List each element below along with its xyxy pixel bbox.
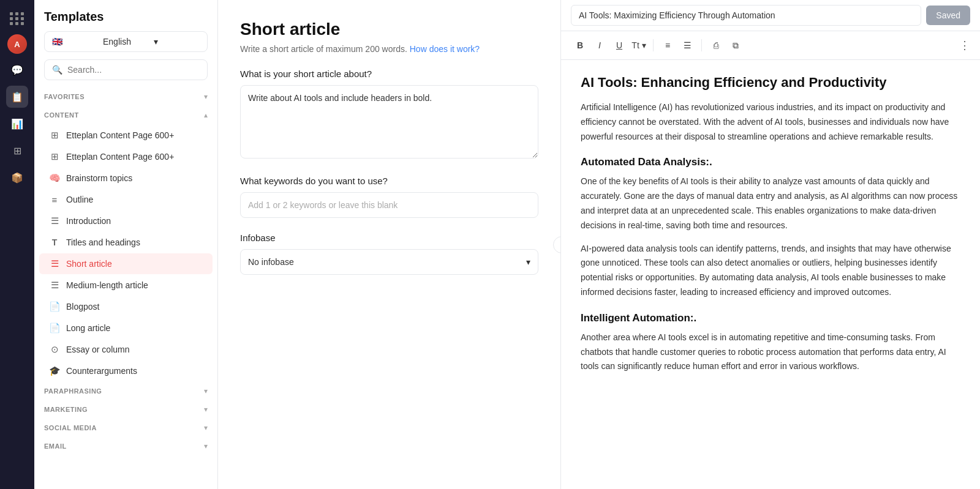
article-section-heading-1: Automated Data Analysis:. — [581, 156, 960, 168]
sidebar-list: FAVORITES ▾ CONTENT ▴ ⊞ Etteplan Content… — [34, 88, 217, 489]
how-does-it-work-link[interactable]: How does it work? — [410, 44, 480, 54]
section-marketing[interactable]: MARKETING ▾ — [34, 400, 217, 419]
article-main-heading: AI Tools: Enhancing Efficiency and Produ… — [581, 75, 960, 91]
grid-icon[interactable] — [6, 7, 28, 29]
icon-bar: A 💬 📋 📊 ⊞ 📦 — [0, 0, 34, 489]
sidebar-item-essay[interactable]: ⊙ Essay or column — [39, 339, 213, 360]
content-layout: Short article Write a short article of m… — [218, 0, 980, 489]
about-label: What is your short article about? — [240, 69, 538, 79]
sidebar: Templates 🇬🇧 English ▾ 🔍 FAVORITES ▾ CON… — [34, 0, 218, 489]
infobase-label: Infobase — [240, 233, 538, 243]
table-icon[interactable]: ⊞ — [6, 140, 28, 162]
editor-title-input[interactable] — [571, 5, 921, 26]
editor-content: AI Tools: Enhancing Efficiency and Produ… — [561, 60, 980, 489]
font-size-button[interactable]: Tt ▾ — [630, 36, 648, 54]
medium-article-label: Medium-length article — [66, 280, 148, 290]
keywords-label: What keywords do you want to use? — [240, 176, 538, 186]
chevron-up-icon: ▾ — [204, 92, 208, 101]
article-paragraph-4: Another area where AI tools excel is in … — [581, 330, 960, 374]
sidebar-title: Templates — [34, 0, 217, 31]
sidebar-item-etteplan1[interactable]: ⊞ Etteplan Content Page 600+ — [39, 125, 213, 146]
keywords-input[interactable] — [240, 192, 538, 218]
outline-label: Outline — [66, 195, 93, 204]
brainstorm-label: Brainstorm topics — [66, 173, 132, 183]
bold-button[interactable]: B — [571, 36, 589, 54]
section-favorites[interactable]: FAVORITES ▾ — [34, 88, 217, 106]
sidebar-item-outline[interactable]: ≡ Outline — [39, 189, 213, 210]
sidebar-item-long-article[interactable]: 📄 Long article — [39, 318, 213, 338]
chevron-down-email: ▾ — [204, 442, 208, 450]
print-button[interactable]: ⎙ — [707, 36, 725, 54]
form-title: Short article — [240, 20, 538, 39]
section-paraphrasing[interactable]: PARAPHRASING ▾ — [34, 382, 217, 400]
content-label: CONTENT — [44, 111, 79, 119]
sidebar-item-introduction[interactable]: ☰ Introduction — [39, 211, 213, 231]
sidebar-item-blogpost[interactable]: 📄 Blogpost — [39, 296, 213, 317]
chevron-down-social: ▾ — [204, 424, 208, 432]
blogpost-label: Blogpost — [66, 302, 99, 312]
editor-panel: Saved B I U Tt ▾ ≡ ☰ ⎙ ⧉ — [561, 0, 980, 489]
more-options-button[interactable]: ⋮ — [959, 39, 970, 52]
sidebar-item-brainstorm[interactable]: 🧠 Brainstorm topics — [39, 168, 213, 189]
short-article-icon: ☰ — [49, 258, 60, 269]
list-icon: ≡ — [49, 194, 60, 205]
title-icon: T — [49, 237, 60, 248]
long-article-icon: 📄 — [49, 323, 60, 334]
chevron-down-icon: ▾ — [154, 37, 200, 47]
short-article-label: Short article — [66, 259, 112, 269]
form-subtitle: Write a short article of maximum 200 wor… — [240, 44, 538, 54]
sidebar-item-titles[interactable]: T Titles and headings — [39, 232, 213, 253]
grid-small-icon2: ⊞ — [49, 151, 60, 162]
underline-button[interactable]: U — [610, 36, 628, 54]
paraphrasing-label: PARAPHRASING — [44, 387, 102, 395]
toolbar-divider-1 — [653, 39, 654, 51]
search-icon: 🔍 — [52, 65, 62, 75]
toolbar-divider-2 — [701, 39, 702, 51]
about-field-group: What is your short article about? Write … — [240, 69, 538, 161]
infobase-field-group: Infobase No infobase ▾ — [240, 233, 538, 275]
long-article-label: Long article — [66, 323, 110, 333]
package-icon[interactable]: 📦 — [6, 166, 28, 189]
marketing-label: MARKETING — [44, 406, 88, 413]
search-input[interactable] — [67, 65, 200, 75]
avatar[interactable]: A — [7, 34, 27, 54]
keywords-field-group: What keywords do you want to use? — [240, 176, 538, 218]
essay-label: Essay or column — [66, 345, 129, 354]
about-textarea[interactable]: Write about AI tools and include headers… — [240, 85, 538, 159]
sidebar-item-counterarguments[interactable]: 🎓 Counterarguments — [39, 360, 213, 381]
etteplan2-label: Etteplan Content Page 600+ — [66, 152, 174, 162]
section-social-media[interactable]: SOCIAL MEDIA ▾ — [34, 419, 217, 437]
italic-button[interactable]: I — [590, 36, 609, 54]
chevron-up-icon-content: ▴ — [204, 111, 208, 119]
collapse-panel-button[interactable]: ‹ — [553, 236, 561, 253]
editor-topbar: Saved — [561, 0, 980, 31]
intro-icon: ☰ — [49, 215, 60, 226]
infobase-select[interactable]: No infobase ▾ — [240, 249, 538, 275]
chat-icon[interactable]: 💬 — [6, 59, 28, 81]
saved-button[interactable]: Saved — [926, 6, 970, 25]
counterarguments-icon: 🎓 — [49, 365, 60, 376]
section-content[interactable]: CONTENT ▴ — [34, 106, 217, 124]
bullet-list-button[interactable]: ≡ — [658, 36, 677, 54]
article-paragraph-1: Artificial Intelligence (AI) has revolut… — [581, 100, 960, 144]
action-group: ⎙ ⧉ — [707, 36, 745, 54]
introduction-label: Introduction — [66, 216, 111, 226]
document-icon[interactable]: 📋 — [6, 86, 28, 108]
number-list-button[interactable]: ☰ — [678, 36, 696, 54]
language-selector[interactable]: 🇬🇧 English ▾ — [44, 31, 208, 52]
infobase-value: No infobase — [248, 257, 294, 267]
sidebar-item-short-article[interactable]: ☰ Short article — [39, 253, 213, 274]
sidebar-item-medium-article[interactable]: ☰ Medium-length article — [39, 275, 213, 296]
search-box: 🔍 — [44, 59, 208, 80]
sidebar-item-etteplan2[interactable]: ⊞ Etteplan Content Page 600+ — [39, 146, 213, 167]
favorites-label: FAVORITES — [44, 93, 85, 100]
copy-button[interactable]: ⧉ — [726, 36, 745, 54]
section-email[interactable]: EMAIL ▾ — [34, 437, 217, 455]
list-group: ≡ ☰ — [658, 36, 696, 54]
chart-icon[interactable]: 📊 — [6, 113, 28, 135]
grid-small-icon: ⊞ — [49, 130, 60, 141]
etteplan1-label: Etteplan Content Page 600+ — [66, 130, 174, 140]
language-label: English — [103, 37, 149, 47]
article-section-heading-2: Intelligent Automation:. — [581, 312, 960, 324]
medium-article-icon: ☰ — [49, 280, 60, 291]
